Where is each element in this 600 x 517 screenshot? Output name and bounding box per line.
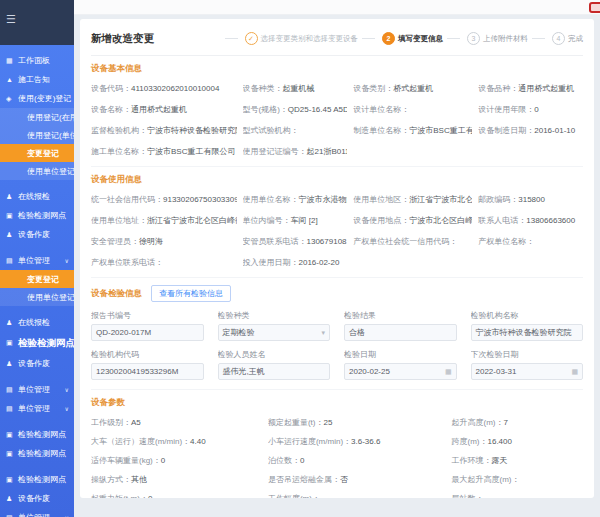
sidebar-item-icon: ♟ [6, 360, 15, 368]
field-label: 使用单位地址 [91, 216, 147, 225]
section-title: 设备基本信息 [91, 63, 583, 75]
view-all-inspections-button[interactable]: 查看所有检验信息 [151, 285, 231, 302]
field-label: 使用单位地区 [353, 195, 409, 204]
sidebar-item[interactable]: ▤ 单位管理 ∨ [0, 251, 74, 270]
field-value: 宁波市北仑区白峰小门村 [409, 216, 472, 225]
sidebar-item[interactable]: ▣ 检验检测网点 [0, 332, 74, 354]
field-value: 3.6-36.6 [351, 437, 380, 446]
input-box[interactable]: 盛伟光,王帆 [218, 363, 331, 380]
field: 设备制造日期2016-01-10 [478, 125, 583, 136]
wizard-step[interactable]: ✓ 选择变更类别和选择变更设备 [221, 32, 359, 45]
sidebar-item-icon: ▤ [6, 386, 15, 394]
sidebar-item[interactable]: 使用登记(单位) [0, 126, 74, 144]
inspection-grid: 报告书编号 QD-2020-017M 检验种类 定期检验 ▾ 检验结果 合格 [91, 310, 583, 380]
section-title: 设备参数 [91, 397, 583, 409]
input-box[interactable]: 2020-02-25 ▦ [344, 363, 457, 380]
card-header: 新增改造变更 ✓ 选择变更类别和选择变更设备 2 填写变更信息 3 上传附件材料… [91, 27, 583, 56]
sidebar-item-icon: ▣ [6, 476, 15, 484]
input-suffix-icon: ▦ [442, 368, 452, 376]
input-value: 宁波市特种设备检验研究院 [476, 327, 572, 338]
field-value: 否 [340, 475, 348, 484]
field: 设备品种通用桥式起重机 [478, 83, 583, 94]
sidebar-item-icon: ▣ [6, 212, 15, 220]
sidebar-item[interactable]: 变更登记 [0, 144, 74, 162]
sidebar-item[interactable]: 使用登记(在用) [0, 108, 74, 126]
step-label: 填写变更信息 [398, 34, 443, 44]
sidebar-item-icon: ◈ [6, 95, 15, 103]
wizard-step[interactable]: 2 填写变更信息 [358, 32, 443, 45]
sidebar-item-icon: ▤ [6, 405, 15, 413]
field-value: 浙江省宁波市北仑区白峰街道 [409, 195, 472, 204]
section-inspection-info: 设备检验信息 查看所有检验信息 报告书编号 QD-2020-017M 检验种类 … [91, 278, 583, 390]
input-value: 2020-02-25 [349, 367, 390, 376]
sidebar-item[interactable]: ▲ 施工告知 [0, 70, 74, 89]
field-label: 单位内编号 [243, 216, 291, 225]
sidebar-item[interactable]: ▣ 检验检测网点 [0, 470, 74, 489]
field-label: 安全管理员 [91, 237, 139, 246]
field-label: 工作级别 [91, 418, 131, 427]
field-label: 使用单位名称 [243, 195, 299, 204]
sidebar-item[interactable]: 使用单位登记注销 [0, 162, 74, 180]
input-label: 检验人员姓名 [218, 349, 331, 360]
sidebar-item[interactable]: ▤ 单位管理 ∨ [0, 380, 74, 399]
field-label: 小车运行速度(m/min) [268, 437, 351, 446]
field-label: 适停车辆重量(kg) [91, 456, 161, 465]
sidebar-item-label: 变更登记 [27, 274, 59, 285]
field-label: 泊位数 [268, 456, 300, 465]
input-box[interactable]: 定期检验 ▾ [218, 324, 331, 341]
annotation-corner-mark [589, 2, 600, 13]
sidebar-item-label: 设备作废 [18, 229, 50, 240]
field-label: 起重力矩(t·m) [91, 494, 148, 498]
field: 最大起升高度(m) [451, 474, 583, 485]
field: 型号(规格)QD25-16.45 A5DY [243, 104, 348, 115]
input-field: 检验机构代码 12300200419533296M [91, 349, 204, 380]
sidebar-item[interactable]: ▣ 检验检测网点 [0, 425, 74, 444]
sidebar-item[interactable]: ♟ 设备作废 [0, 225, 74, 244]
sidebar-item-label: 设备作废 [18, 493, 50, 504]
sidebar-item[interactable]: ♟ 设备作废 [0, 489, 74, 508]
field-label: 型号(规格) [243, 105, 288, 114]
field-label: 设备名称 [91, 105, 131, 114]
input-label: 检验机构代码 [91, 349, 204, 360]
sidebar-item[interactable]: 变更登记 [0, 270, 74, 288]
sidebar-item[interactable]: ▤ 单位管理 ∨ [0, 399, 74, 418]
step-label: 上传附件材料 [483, 34, 528, 44]
sidebar-item[interactable]: ▦ 工作面板 [0, 51, 74, 70]
sidebar-item[interactable]: ▤ 单位管理 ∨ [0, 508, 74, 517]
input-box[interactable]: QD-2020-017M [91, 324, 204, 341]
sidebar-item[interactable]: ◈ 使用(变更)登记 ∧ [0, 89, 74, 108]
wizard-step[interactable]: 3 上传附件材料 [443, 32, 528, 45]
step-label: 选择变更类别和选择变更设备 [261, 34, 359, 44]
input-box[interactable]: 宁波市特种设备检验研究院 [471, 324, 584, 341]
input-value: 盛伟光,王帆 [223, 366, 265, 377]
input-box[interactable]: 12300200419533296M [91, 363, 204, 380]
field: 型式试验机构 [243, 125, 348, 136]
field: 适停车辆重量(kg)0 [91, 455, 262, 466]
field-value: 宁波市特种设备检验研究院 [147, 126, 237, 135]
sidebar-item[interactable]: 使用单位登记注销 [0, 288, 74, 306]
field-label: 投入使用日期 [243, 258, 299, 267]
input-value: 12300200419533296M [96, 367, 178, 376]
field-label: 制造单位名称 [353, 126, 409, 135]
sidebar-item[interactable]: ▣ 检验检测网点 [0, 206, 74, 225]
sidebar-item-label: 使用登记(在用) [27, 112, 74, 123]
wizard-step[interactable]: 4 完成 [528, 32, 583, 45]
sidebar-item[interactable]: ♟ 设备作废 [0, 354, 74, 373]
sidebar-item[interactable]: ♟ 在线报检 [0, 187, 74, 206]
field-value: 16.400 [487, 437, 511, 446]
field: 设计使用年限0 [478, 104, 583, 115]
sidebar-item[interactable]: ▣ 检验检测网点 [0, 444, 74, 463]
basic-info-grid: 设备代码41103302062010010004 设备种类起重机械 设备类别桥式… [91, 83, 583, 157]
input-box[interactable]: 2022-03-31 ▦ [471, 363, 584, 380]
field-label: 工作幅度(m) [268, 494, 320, 498]
field-value: 315800 [518, 195, 545, 204]
field-label: 额定起重量(t) [268, 418, 324, 427]
menu-icon[interactable]: ☰ [6, 13, 16, 25]
section-usage-info: 设备使用信息 统一社会信用代码91330206750303309M 使用单位名称… [91, 167, 583, 278]
input-value: 2022-03-31 [476, 367, 517, 376]
field-label: 安管员联系电话 [243, 237, 307, 246]
sidebar-item[interactable]: ♟ 在线报检 [0, 313, 74, 332]
field-value: 徐明海 [139, 237, 163, 246]
field-value: 浙江省宁波市北仑区白峰街道… [147, 216, 237, 225]
input-box[interactable]: 合格 [344, 324, 457, 341]
